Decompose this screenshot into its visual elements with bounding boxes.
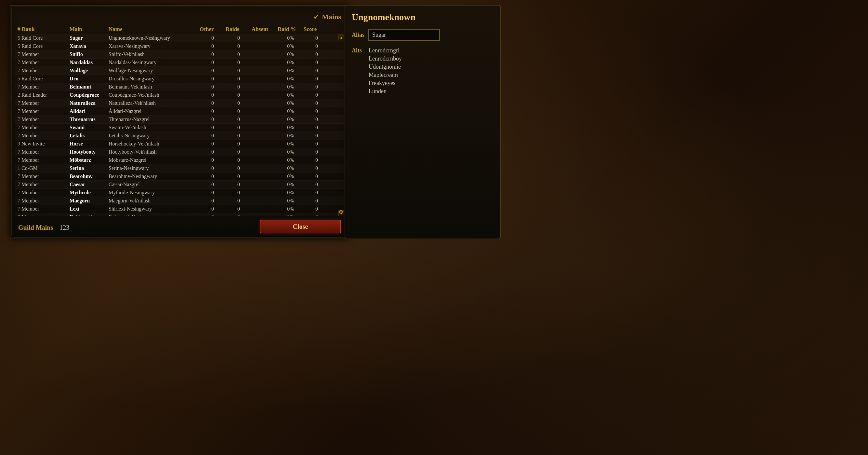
cell-name: Horsehockey-Vek'nilash <box>108 141 199 147</box>
table-row[interactable]: 7Member Möbstarz Möbstarz-Nazgrel 0 0 0%… <box>15 156 344 164</box>
cell-rank: 1Co-GM <box>18 165 69 171</box>
cell-main: Belmaunt <box>69 84 108 90</box>
table-row[interactable]: 7Member Wolfage Wolfage-Nesingwary 0 0 0… <box>15 67 344 75</box>
cell-name: Nardaldas-Nesingwary <box>108 60 199 65</box>
table-row[interactable]: 7Member Letalis Letalis-Nesingwary 0 0 0… <box>15 132 344 140</box>
alias-label: Alias <box>352 32 365 38</box>
alt-item: Udontgnomie <box>369 63 402 70</box>
table-row[interactable]: 7Member Mythrule Mythrule-Nesingwary 0 0… <box>15 189 344 197</box>
cell-other: 0 <box>199 60 226 65</box>
table-row[interactable]: 5Raid Core Sugar Ungnomeknown-Nesingwary… <box>15 34 344 42</box>
cell-raidpct: 0% <box>278 206 304 212</box>
guild-mains-label: Guild Mains <box>18 224 53 231</box>
cell-absent <box>252 198 278 204</box>
table-row[interactable]: 7Member Lexi Shirlexi-Nesingwary 0 0 0% … <box>15 205 344 213</box>
cell-absent <box>252 181 278 188</box>
cell-main: Wolfage <box>69 68 108 74</box>
table-row[interactable]: 7Member Swami Swami-Vek'nilash 0 0 0% 0 <box>15 124 344 132</box>
cell-name: Hootybooty-Vek'nilash <box>108 149 199 155</box>
cell-other: 0 <box>199 125 226 131</box>
table-row[interactable]: 7Member Hootybooty Hootybooty-Vek'nilash… <box>15 148 344 156</box>
checkbox-icon[interactable]: ✔ <box>313 13 319 21</box>
cell-absent <box>252 133 278 139</box>
cell-score: 0 <box>304 43 330 49</box>
cell-rank: 7Member <box>18 173 69 179</box>
cell-name: Belmaunt-Vek'nilash <box>108 84 199 90</box>
right-panel: Ungnomeknown Alias Alts LenrodcrngrlLenr… <box>345 5 501 239</box>
cell-raids: 0 <box>226 100 252 106</box>
table-row[interactable]: 7Member Nardaldas Nardaldas-Nesingwary 0… <box>15 59 344 67</box>
cell-raidpct: 0% <box>278 173 304 179</box>
table-body: 5Raid Core Sugar Ungnomeknown-Nesingwary… <box>15 34 344 216</box>
cell-raidpct: 0% <box>278 141 304 147</box>
cell-absent <box>252 190 278 196</box>
table-row[interactable]: 5Raid Core Dru Drusillus-Nesingwary 0 0 … <box>15 75 344 83</box>
table-row[interactable]: 2Raid Leader Coupdegrace Coupdegrace-Vek… <box>15 91 344 99</box>
cell-raidpct: 0% <box>278 116 304 122</box>
cell-score: 0 <box>304 206 330 212</box>
cell-raidpct: 0% <box>278 92 304 98</box>
cell-score: 0 <box>304 141 330 147</box>
cell-rank: 2Raid Leader <box>18 92 69 98</box>
cell-raidpct: 0% <box>278 181 304 188</box>
table-row[interactable]: 9New Invite Horse Horsehockey-Vek'nilash… <box>15 140 344 148</box>
cell-absent <box>252 141 278 147</box>
cell-score: 0 <box>304 214 330 216</box>
nav-icon-bottom[interactable]: ⊕ <box>337 208 344 215</box>
cell-rank: 7Member <box>18 149 69 155</box>
cell-rank: 7Member <box>18 157 69 163</box>
cell-rank: 7Member <box>18 198 69 204</box>
cell-rank: 7Member <box>18 190 69 196</box>
cell-raidpct: 0% <box>278 43 304 49</box>
alt-item: Lenrodcrngrl <box>369 47 402 54</box>
cell-raids: 0 <box>226 92 252 98</box>
cell-other: 0 <box>199 173 226 179</box>
cell-name: Xarava-Nesingwary <box>108 43 199 49</box>
table-row[interactable]: 7Member Threnarrus Threnarrus-Nazgrel 0 … <box>15 116 344 124</box>
cell-absent <box>252 108 278 114</box>
cell-raidpct: 0% <box>278 84 304 90</box>
cell-other: 0 <box>199 92 226 98</box>
cell-score: 0 <box>304 133 330 139</box>
cell-raids: 0 <box>226 198 252 204</box>
cell-other: 0 <box>199 108 226 114</box>
table-row[interactable]: 7Member Caesar Cæsar-Nazgrel 0 0 0% 0 <box>15 181 344 189</box>
cell-name: Naturalleza-Vek'nilash <box>108 100 199 106</box>
cell-rank: 5Raid Core <box>18 76 69 82</box>
col-raids: Raids <box>226 26 252 32</box>
cell-absent <box>252 60 278 65</box>
table-row[interactable]: 7Member Naturalleza Naturalleza-Vek'nila… <box>15 99 344 107</box>
table-row[interactable]: 7Member Bearohmy Bearohmy-Nesingwary 0 0… <box>15 172 344 181</box>
cell-name: Letalis-Nesingwary <box>108 133 199 139</box>
cell-other: 0 <box>199 181 226 188</box>
cell-raids: 0 <box>226 51 252 57</box>
alias-input[interactable] <box>368 29 440 41</box>
cell-rank: 7Member <box>18 51 69 57</box>
cell-absent <box>252 68 278 74</box>
cell-rank: 7Member <box>18 206 69 212</box>
cell-name: Bearohmy-Nesingwary <box>108 173 199 179</box>
cell-name: Swami-Vek'nilash <box>108 125 199 131</box>
table-row[interactable]: 1Co-GM Serina Serina-Nesingwary 0 0 0% 0 <box>15 164 344 172</box>
cell-rank: 7Member <box>18 68 69 74</box>
cell-main: Sniffo <box>69 51 108 57</box>
table-row[interactable]: 5Raid Core Xarava Xarava-Nesingwary 0 0 … <box>15 42 344 51</box>
cell-absent <box>252 157 278 163</box>
cell-main: Caesar <box>69 181 108 188</box>
table-row[interactable]: 7Member Rubicanté Rubicanté-Nesingwary 0… <box>15 213 344 216</box>
cell-absent <box>252 149 278 155</box>
table-row[interactable]: 7Member Sniffo Sniffo-Vek'nilash 0 0 0% … <box>15 51 344 59</box>
table-row[interactable]: 7Member Maegorn Maegorn-Vek'nilash 0 0 0… <box>15 197 344 205</box>
cell-score: 0 <box>304 108 330 114</box>
table-row[interactable]: 7Member Alidari Álidari-Nazgrel 0 0 0% 0 <box>15 107 344 116</box>
cell-name: Shirlexi-Nesingwary <box>108 206 199 212</box>
close-button[interactable]: Close <box>260 220 341 233</box>
cell-main: Maegorn <box>69 198 108 204</box>
cell-absent <box>252 43 278 49</box>
table-row[interactable]: 7Member Belmaunt Belmaunt-Vek'nilash 0 0… <box>15 83 344 91</box>
cell-main: Letalis <box>69 133 108 139</box>
cell-raids: 0 <box>226 173 252 179</box>
col-other: Other <box>199 26 226 32</box>
guild-mains-count: 123 <box>60 224 69 231</box>
scroll-up-button[interactable]: ▲ <box>338 34 344 40</box>
